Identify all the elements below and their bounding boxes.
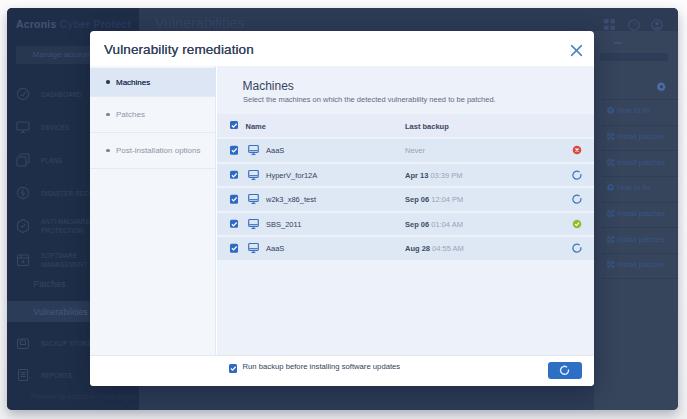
svg-text:?: ? bbox=[632, 21, 636, 28]
svg-text:?: ? bbox=[609, 185, 612, 191]
svg-text:?: ? bbox=[609, 108, 612, 114]
